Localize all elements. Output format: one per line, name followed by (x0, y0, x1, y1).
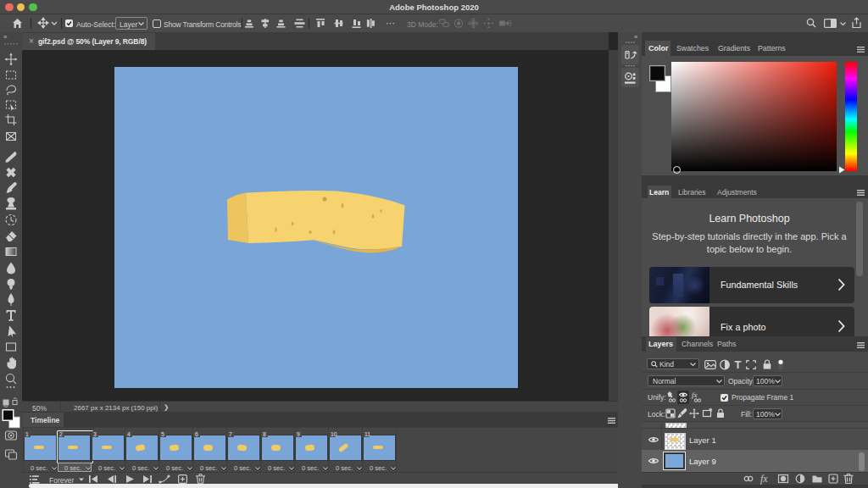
svg-text:fx: fx (760, 473, 768, 485)
svg-text:fx: fx (692, 391, 698, 399)
svg-text:T: T (735, 358, 742, 371)
